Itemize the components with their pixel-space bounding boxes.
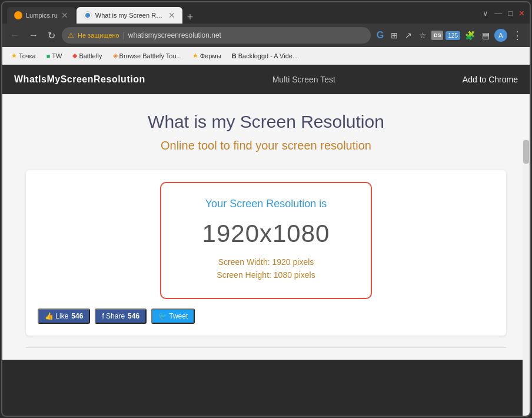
tab-lumpics[interactable]: Lumpics.ru ✕ [7, 7, 75, 24]
window-controls: ∨ — □ ✕ [483, 9, 525, 18]
bookmark-fermy-label: Фермы [200, 52, 221, 59]
title-bar: Lumpics.ru ✕ What is my Screen Resolutio… [2, 2, 530, 24]
tw-icon: ■ [46, 52, 51, 59]
more-menu-button[interactable]: ⋮ [510, 27, 525, 44]
minimize-button[interactable]: — [494, 9, 502, 18]
page-subtitle: Online tool to find your screen resoluti… [26, 139, 506, 152]
main-content: What is my Screen Resolution Online tool… [2, 94, 530, 360]
lumpics-favicon [14, 11, 22, 19]
fb-share-count: 546 [128, 312, 139, 320]
back-button[interactable]: ← [7, 28, 22, 43]
navigation-bar: ← → ↻ ⚠ Не защищено | whatismyscreenreso… [2, 24, 530, 47]
resolution-favicon [84, 11, 92, 19]
multi-screen-test-link[interactable]: Multi Screen Test [272, 75, 335, 84]
scrollbar-thumb[interactable] [523, 140, 529, 164]
battlefly-icon: ◆ [72, 52, 77, 59]
facebook-share-button[interactable]: f Share 546 [95, 308, 147, 324]
refresh-button[interactable]: ↻ [45, 28, 58, 44]
share-icon[interactable]: ↗ [403, 29, 414, 42]
google-icon[interactable]: G [374, 28, 386, 42]
card-title-part2: is [316, 198, 327, 210]
card-title-part1: Your Screen [205, 198, 266, 210]
screen-width-detail: Screen Width: 1920 pixels [179, 257, 353, 267]
extension-icon-1[interactable]: ⊞ [388, 29, 400, 42]
calendar-icon[interactable]: 125 [445, 31, 460, 40]
bookmark-tochka[interactable]: ★ Точка [7, 51, 40, 61]
browse-battlefy-icon: ◈ [113, 52, 118, 59]
browser-content-area: WhatIsMyScreenResolution Multi Screen Te… [2, 65, 530, 360]
bookmark-battlefly-label: Battlefly [79, 52, 102, 59]
fb-share-label: f Share [102, 312, 125, 320]
tab-lumpics-close[interactable]: ✕ [61, 11, 68, 19]
resolution-card-wrapper: Your Screen Resolution is 1920x1080 Scre… [26, 170, 506, 336]
maximize-button[interactable]: □ [508, 9, 513, 18]
bookmark-browse-battlefy[interactable]: ◈ Browse Battlefy Tou... [109, 51, 186, 61]
tochka-icon: ★ [11, 52, 17, 59]
extension-badge[interactable]: DS [431, 31, 443, 40]
screen-height-detail: Screen Height: 1080 pixels [179, 270, 353, 280]
tab-resolution-close[interactable]: ✕ [168, 11, 175, 19]
url-display: whatismyscreenresolution.net [128, 31, 365, 39]
bookmark-tw[interactable]: ■ TW [42, 51, 66, 61]
fb-like-count: 546 [71, 312, 83, 320]
sidebar-icon[interactable]: ▤ [480, 29, 492, 42]
resolution-value: 1920x1080 [179, 220, 353, 248]
bookmark-backloggd[interactable]: B Backloggd - A Vide... [228, 51, 302, 61]
tab-resolution-label: What is my Screen Resolution: Fi... [95, 12, 165, 19]
bookmark-backloggd-label: Backloggd - A Vide... [238, 52, 298, 59]
nav-icons-area: G ⊞ ↗ ☆ DS 125 🧩 ▤ A ⋮ [374, 27, 525, 44]
bookmark-fermy[interactable]: ★ Фермы [188, 51, 225, 61]
add-to-chrome-button[interactable]: Add to Chrome [463, 75, 518, 84]
address-bar[interactable]: ⚠ Не защищено | whatismyscreenresolution… [62, 27, 371, 44]
content-divider [26, 347, 506, 348]
card-title-highlight: Resolution [266, 198, 316, 210]
minimize-icon[interactable]: ∨ [483, 9, 488, 18]
page-title: What is my Screen Resolution [26, 112, 506, 132]
tab-lumpics-label: Lumpics.ru [26, 12, 58, 19]
close-button[interactable]: ✕ [518, 9, 525, 18]
twitter-tweet-button[interactable]: 🐦 Tweet [151, 308, 195, 324]
bookmark-tw-label: TW [52, 52, 62, 59]
bookmark-battlefly[interactable]: ◆ Battlefly [68, 51, 106, 61]
facebook-like-button[interactable]: 👍 Like 546 [38, 308, 90, 324]
bookmarks-bar: ★ Точка ■ TW ◆ Battlefly ◈ Browse Battle… [2, 47, 530, 65]
fermy-icon: ★ [192, 52, 198, 59]
social-buttons-area: 👍 Like 546 f Share 546 🐦 Tweet [38, 308, 494, 324]
fb-like-label: 👍 Like [45, 312, 68, 320]
card-title: Your Screen Resolution is [179, 198, 353, 210]
tw-tweet-label: 🐦 Tweet [158, 312, 188, 320]
tabs-area: Lumpics.ru ✕ What is my Screen Resolutio… [7, 2, 478, 24]
backloggd-icon: B [232, 52, 237, 59]
bookmark-tochka-label: Точка [19, 52, 36, 59]
puzzle-icon[interactable]: 🧩 [463, 29, 477, 42]
bookmark-browse-battlefy-label: Browse Battlefy Tou... [119, 52, 182, 59]
tab-resolution[interactable]: What is my Screen Resolution: Fi... ✕ [77, 7, 182, 24]
new-tab-button[interactable]: + [184, 11, 197, 24]
security-text: Не защищено [78, 32, 119, 39]
address-separator: | [123, 31, 125, 39]
bookmark-star-icon[interactable]: ☆ [417, 29, 429, 42]
site-logo: WhatIsMyScreenResolution [14, 74, 145, 85]
scrollbar[interactable] [523, 139, 530, 417]
site-navbar: WhatIsMyScreenResolution Multi Screen Te… [2, 65, 530, 94]
svg-point-0 [85, 13, 90, 18]
resolution-card: Your Screen Resolution is 1920x1080 Scre… [160, 182, 372, 299]
security-warning-icon: ⚠ [68, 31, 74, 39]
forward-button[interactable]: → [26, 28, 41, 43]
profile-button[interactable]: A [494, 29, 507, 42]
